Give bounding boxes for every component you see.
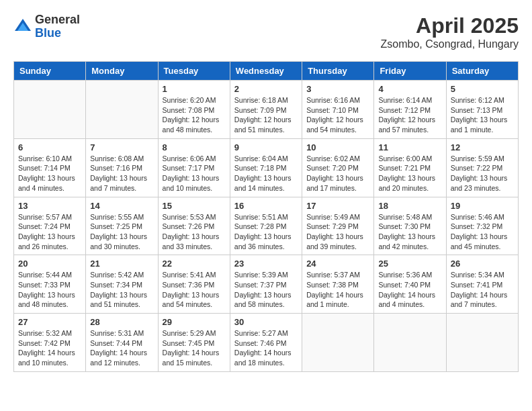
calendar-cell: 13Sunrise: 5:57 AM Sunset: 7:24 PM Dayli… — [14, 197, 86, 255]
calendar-cell: 8Sunrise: 6:06 AM Sunset: 7:17 PM Daylig… — [158, 138, 230, 197]
day-info: Sunrise: 5:57 AM Sunset: 7:24 PM Dayligh… — [18, 212, 81, 252]
weekday-header-wednesday: Wednesday — [230, 62, 302, 81]
day-info: Sunrise: 6:00 AM Sunset: 7:21 PM Dayligh… — [378, 154, 441, 193]
weekday-header-tuesday: Tuesday — [158, 62, 230, 81]
day-info: Sunrise: 5:42 AM Sunset: 7:34 PM Dayligh… — [90, 270, 153, 310]
day-number: 3 — [306, 84, 369, 94]
day-info: Sunrise: 5:44 AM Sunset: 7:33 PM Dayligh… — [18, 270, 81, 310]
day-info: Sunrise: 5:39 AM Sunset: 7:37 PM Dayligh… — [234, 270, 298, 310]
day-number: 5 — [451, 84, 514, 94]
calendar-cell — [86, 81, 158, 139]
day-number: 8 — [163, 142, 226, 152]
logo-blue: Blue — [35, 27, 80, 40]
calendar-cell: 24Sunrise: 5:37 AM Sunset: 7:38 PM Dayli… — [302, 255, 374, 314]
day-number: 29 — [163, 317, 226, 327]
calendar-cell — [14, 81, 86, 139]
calendar-cell: 23Sunrise: 5:39 AM Sunset: 7:37 PM Dayli… — [230, 255, 302, 314]
calendar-cell: 26Sunrise: 5:34 AM Sunset: 7:41 PM Dayli… — [446, 255, 518, 314]
day-info: Sunrise: 5:49 AM Sunset: 7:29 PM Dayligh… — [306, 212, 369, 252]
calendar-week-1: 1Sunrise: 6:20 AM Sunset: 7:08 PM Daylig… — [14, 81, 519, 139]
day-info: Sunrise: 6:06 AM Sunset: 7:17 PM Dayligh… — [163, 154, 226, 193]
day-number: 30 — [234, 317, 298, 327]
month-year-title: April 2025 — [381, 13, 519, 38]
day-number: 24 — [306, 259, 369, 269]
day-info: Sunrise: 6:18 AM Sunset: 7:09 PM Dayligh… — [234, 95, 298, 135]
day-info: Sunrise: 6:16 AM Sunset: 7:10 PM Dayligh… — [306, 95, 369, 135]
logo-icon — [13, 17, 32, 36]
calendar-cell: 16Sunrise: 5:51 AM Sunset: 7:28 PM Dayli… — [230, 197, 302, 255]
calendar-cell — [302, 314, 374, 372]
day-info: Sunrise: 5:37 AM Sunset: 7:38 PM Dayligh… — [306, 270, 369, 310]
day-number: 9 — [234, 142, 298, 152]
day-number: 10 — [306, 142, 369, 152]
calendar-cell: 19Sunrise: 5:46 AM Sunset: 7:32 PM Dayli… — [446, 197, 518, 255]
day-info: Sunrise: 6:20 AM Sunset: 7:08 PM Dayligh… — [163, 95, 226, 135]
day-info: Sunrise: 6:14 AM Sunset: 7:12 PM Dayligh… — [378, 95, 441, 135]
day-info: Sunrise: 5:59 AM Sunset: 7:22 PM Dayligh… — [451, 154, 514, 193]
calendar-cell: 9Sunrise: 6:04 AM Sunset: 7:18 PM Daylig… — [230, 138, 302, 197]
day-number: 22 — [163, 259, 226, 269]
day-info: Sunrise: 6:04 AM Sunset: 7:18 PM Dayligh… — [234, 154, 298, 193]
logo-general: General — [35, 13, 80, 27]
calendar-cell: 28Sunrise: 5:31 AM Sunset: 7:44 PM Dayli… — [86, 314, 158, 372]
day-info: Sunrise: 5:27 AM Sunset: 7:46 PM Dayligh… — [234, 328, 298, 368]
day-info: Sunrise: 5:48 AM Sunset: 7:30 PM Dayligh… — [378, 212, 441, 252]
calendar-week-4: 20Sunrise: 5:44 AM Sunset: 7:33 PM Dayli… — [14, 255, 519, 314]
calendar-cell: 14Sunrise: 5:55 AM Sunset: 7:25 PM Dayli… — [86, 197, 158, 255]
calendar-cell: 3Sunrise: 6:16 AM Sunset: 7:10 PM Daylig… — [302, 81, 374, 139]
day-number: 2 — [234, 84, 298, 94]
day-number: 13 — [18, 201, 81, 211]
day-info: Sunrise: 5:29 AM Sunset: 7:45 PM Dayligh… — [163, 328, 226, 368]
day-info: Sunrise: 5:55 AM Sunset: 7:25 PM Dayligh… — [90, 212, 153, 252]
calendar-cell: 6Sunrise: 6:10 AM Sunset: 7:14 PM Daylig… — [14, 138, 86, 197]
calendar-cell: 15Sunrise: 5:53 AM Sunset: 7:26 PM Dayli… — [158, 197, 230, 255]
day-number: 28 — [90, 317, 153, 327]
page-header: General Blue April 2025 Zsombo, Csongrad… — [13, 13, 519, 50]
day-info: Sunrise: 5:34 AM Sunset: 7:41 PM Dayligh… — [451, 270, 514, 310]
calendar-cell: 17Sunrise: 5:49 AM Sunset: 7:29 PM Dayli… — [302, 197, 374, 255]
day-info: Sunrise: 5:46 AM Sunset: 7:32 PM Dayligh… — [451, 212, 514, 252]
day-number: 25 — [378, 259, 441, 269]
calendar-week-2: 6Sunrise: 6:10 AM Sunset: 7:14 PM Daylig… — [14, 138, 519, 197]
calendar-cell: 2Sunrise: 6:18 AM Sunset: 7:09 PM Daylig… — [230, 81, 302, 139]
calendar-week-3: 13Sunrise: 5:57 AM Sunset: 7:24 PM Dayli… — [14, 197, 519, 255]
day-number: 16 — [234, 201, 298, 211]
calendar-cell: 18Sunrise: 5:48 AM Sunset: 7:30 PM Dayli… — [374, 197, 446, 255]
weekday-header-sunday: Sunday — [14, 62, 86, 81]
title-block: April 2025 Zsombo, Csongrad, Hungary — [381, 13, 519, 50]
calendar-cell: 10Sunrise: 6:02 AM Sunset: 7:20 PM Dayli… — [302, 138, 374, 197]
calendar-cell: 5Sunrise: 6:12 AM Sunset: 7:13 PM Daylig… — [446, 81, 518, 139]
calendar-cell: 11Sunrise: 6:00 AM Sunset: 7:21 PM Dayli… — [374, 138, 446, 197]
weekday-header-saturday: Saturday — [446, 62, 518, 81]
day-number: 27 — [18, 317, 81, 327]
weekday-header-row: SundayMondayTuesdayWednesdayThursdayFrid… — [14, 62, 519, 81]
day-number: 4 — [378, 84, 441, 94]
day-number: 20 — [18, 259, 81, 269]
day-number: 23 — [234, 259, 298, 269]
day-info: Sunrise: 5:41 AM Sunset: 7:36 PM Dayligh… — [163, 270, 226, 310]
calendar-cell: 27Sunrise: 5:32 AM Sunset: 7:42 PM Dayli… — [14, 314, 86, 372]
day-info: Sunrise: 5:53 AM Sunset: 7:26 PM Dayligh… — [163, 212, 226, 252]
calendar-cell — [374, 314, 446, 372]
weekday-header-monday: Monday — [86, 62, 158, 81]
location-subtitle: Zsombo, Csongrad, Hungary — [381, 38, 519, 50]
day-number: 17 — [306, 201, 369, 211]
calendar-cell: 30Sunrise: 5:27 AM Sunset: 7:46 PM Dayli… — [230, 314, 302, 372]
logo-text: General Blue — [35, 13, 80, 40]
calendar-cell: 1Sunrise: 6:20 AM Sunset: 7:08 PM Daylig… — [158, 81, 230, 139]
day-info: Sunrise: 5:51 AM Sunset: 7:28 PM Dayligh… — [234, 212, 298, 252]
day-info: Sunrise: 6:08 AM Sunset: 7:16 PM Dayligh… — [90, 154, 153, 193]
day-number: 19 — [451, 201, 514, 211]
day-number: 14 — [90, 201, 153, 211]
day-info: Sunrise: 5:36 AM Sunset: 7:40 PM Dayligh… — [378, 270, 441, 310]
calendar-cell: 21Sunrise: 5:42 AM Sunset: 7:34 PM Dayli… — [86, 255, 158, 314]
day-number: 21 — [90, 259, 153, 269]
weekday-header-thursday: Thursday — [302, 62, 374, 81]
day-info: Sunrise: 6:02 AM Sunset: 7:20 PM Dayligh… — [306, 154, 369, 193]
calendar-cell: 29Sunrise: 5:29 AM Sunset: 7:45 PM Dayli… — [158, 314, 230, 372]
calendar-week-5: 27Sunrise: 5:32 AM Sunset: 7:42 PM Dayli… — [14, 314, 519, 372]
calendar-table: SundayMondayTuesdayWednesdayThursdayFrid… — [13, 61, 519, 372]
calendar-cell: 12Sunrise: 5:59 AM Sunset: 7:22 PM Dayli… — [446, 138, 518, 197]
day-info: Sunrise: 6:10 AM Sunset: 7:14 PM Dayligh… — [18, 154, 81, 193]
calendar-cell: 7Sunrise: 6:08 AM Sunset: 7:16 PM Daylig… — [86, 138, 158, 197]
